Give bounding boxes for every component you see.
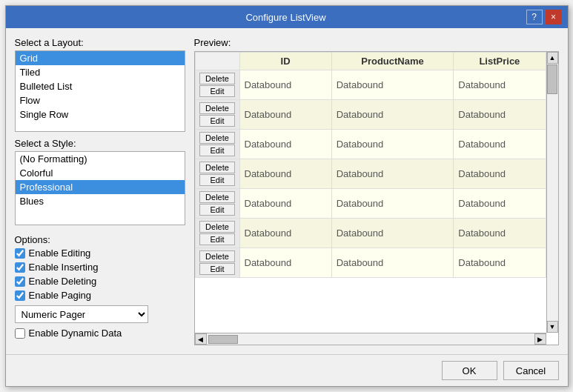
style-item-colorful[interactable]: Colorful <box>16 166 185 180</box>
scroll-left-arrow[interactable]: ◀ <box>195 333 207 345</box>
col-header-productname: ProductName <box>331 53 454 70</box>
price-cell: Databound <box>454 130 546 159</box>
preview-table: ID ProductName ListPrice Delete Edit <box>195 52 546 278</box>
enable-inserting-checkbox[interactable] <box>15 262 25 273</box>
style-label: Select a Style: <box>15 138 185 149</box>
edit-button[interactable]: Edit <box>199 115 235 127</box>
layout-item-singlerow[interactable]: Single Row <box>16 107 185 122</box>
layout-listbox[interactable]: Grid Tiled Bulleted List Flow Single Row <box>15 50 185 132</box>
col-header-id: ID <box>239 53 331 70</box>
delete-button[interactable]: Delete <box>199 191 235 203</box>
style-listbox[interactable]: (No Formatting) Colorful Professional Bl… <box>15 151 185 225</box>
enable-dynamic-data-label: Enable Dynamic Data <box>29 328 122 339</box>
configure-listview-dialog: Configure ListView ? × Select a Layout: … <box>5 5 569 387</box>
action-cell: Delete Edit <box>195 248 239 278</box>
scroll-right-arrow[interactable]: ▶ <box>534 333 546 345</box>
action-cell: Delete Edit <box>195 189 239 219</box>
table-row: Delete Edit Databound Databound Databoun… <box>195 189 546 219</box>
hscroll-track <box>207 333 534 345</box>
preview-area: ID ProductName ListPrice Delete Edit <box>194 51 559 345</box>
table-row: Delete Edit Databound Databound Databoun… <box>195 70 546 100</box>
delete-button[interactable]: Delete <box>199 162 235 173</box>
style-item-blues[interactable]: Blues <box>16 194 185 208</box>
enable-dynamic-data-checkbox[interactable] <box>15 328 25 339</box>
vertical-scrollbar[interactable]: ▲ ▼ <box>546 52 558 333</box>
edit-button[interactable]: Edit <box>199 144 235 156</box>
edit-button[interactable]: Edit <box>199 204 235 216</box>
name-cell: Databound <box>331 159 454 189</box>
enable-deleting-label: Enable Deleting <box>29 276 97 287</box>
style-section: Select a Style: (No Formatting) Colorful… <box>15 138 185 225</box>
action-cell: Delete Edit <box>195 70 239 100</box>
enable-paging-label: Enable Paging <box>29 290 92 301</box>
delete-button[interactable]: Delete <box>199 132 235 144</box>
layout-section: Select a Layout: Grid Tiled Bulleted Lis… <box>15 37 185 132</box>
style-item-professional[interactable]: Professional <box>16 180 185 194</box>
action-cell: Delete Edit <box>195 130 239 159</box>
layout-item-tiled[interactable]: Tiled <box>16 65 185 79</box>
style-item-noformat[interactable]: (No Formatting) <box>16 152 185 166</box>
scroll-track <box>547 64 558 321</box>
id-cell: Databound <box>239 248 331 278</box>
price-cell: Databound <box>454 219 546 248</box>
enable-paging-row: Enable Paging <box>15 290 185 301</box>
delete-button[interactable]: Delete <box>199 221 235 233</box>
title-bar-controls: ? × <box>526 10 562 24</box>
edit-button[interactable]: Edit <box>199 263 235 275</box>
edit-button[interactable]: Edit <box>199 174 235 186</box>
ok-button[interactable]: OK <box>442 361 497 380</box>
layout-label: Select a Layout: <box>15 37 185 48</box>
id-cell: Databound <box>239 100 331 130</box>
help-button[interactable]: ? <box>526 10 543 24</box>
enable-deleting-checkbox[interactable] <box>15 276 25 287</box>
price-cell: Databound <box>454 248 546 278</box>
price-cell: Databound <box>454 100 546 130</box>
action-cell: Delete Edit <box>195 100 239 130</box>
enable-inserting-label: Enable Inserting <box>29 262 99 273</box>
preview-label: Preview: <box>194 37 559 48</box>
id-cell: Databound <box>239 130 331 159</box>
scroll-thumb[interactable] <box>547 64 557 94</box>
pager-dropdown-row: Numeric Pager Next/Prev Pager <box>15 305 185 323</box>
delete-button[interactable]: Delete <box>199 73 235 84</box>
table-row: Delete Edit Databound Databound Databoun… <box>195 130 546 159</box>
layout-item-grid[interactable]: Grid <box>16 51 185 65</box>
enable-editing-checkbox[interactable] <box>15 248 25 259</box>
left-panel: Select a Layout: Grid Tiled Bulleted Lis… <box>15 37 185 345</box>
edit-button[interactable]: Edit <box>199 233 235 245</box>
edit-button[interactable]: Edit <box>199 85 235 97</box>
dialog-footer: OK Cancel <box>6 354 568 386</box>
scroll-up-arrow[interactable]: ▲ <box>547 52 558 64</box>
enable-deleting-row: Enable Deleting <box>15 276 185 287</box>
horizontal-scrollbar[interactable]: ◀ ▶ <box>195 333 546 345</box>
col-header-listprice: ListPrice <box>454 53 546 70</box>
enable-dynamic-data-row: Enable Dynamic Data <box>15 328 185 339</box>
preview-table-container[interactable]: ID ProductName ListPrice Delete Edit <box>195 52 546 333</box>
col-header-actions <box>195 53 239 70</box>
name-cell: Databound <box>331 189 454 219</box>
pager-type-select[interactable]: Numeric Pager Next/Prev Pager <box>15 305 148 323</box>
table-row: Delete Edit Databound Databound Databoun… <box>195 159 546 189</box>
close-button[interactable]: × <box>546 10 562 24</box>
preview-scroll-area: ID ProductName ListPrice Delete Edit <box>195 52 558 345</box>
price-cell: Databound <box>454 70 546 100</box>
enable-editing-row: Enable Editing <box>15 248 185 259</box>
scroll-down-arrow[interactable]: ▼ <box>547 321 558 333</box>
layout-item-bulleted[interactable]: Bulleted List <box>16 79 185 93</box>
dialog-title: Configure ListView <box>46 12 526 23</box>
action-cell: Delete Edit <box>195 219 239 248</box>
id-cell: Databound <box>239 159 331 189</box>
price-cell: Databound <box>454 159 546 189</box>
name-cell: Databound <box>331 130 454 159</box>
enable-inserting-row: Enable Inserting <box>15 262 185 273</box>
delete-button[interactable]: Delete <box>199 250 235 262</box>
table-row: Delete Edit Databound Databound Databoun… <box>195 100 546 130</box>
title-bar: Configure ListView ? × <box>6 6 568 28</box>
cancel-button[interactable]: Cancel <box>503 361 559 380</box>
action-cell: Delete Edit <box>195 159 239 189</box>
layout-item-flow[interactable]: Flow <box>16 93 185 107</box>
options-label: Options: <box>15 234 185 245</box>
hscroll-thumb[interactable] <box>208 335 238 344</box>
enable-paging-checkbox[interactable] <box>15 290 25 301</box>
delete-button[interactable]: Delete <box>199 102 235 114</box>
